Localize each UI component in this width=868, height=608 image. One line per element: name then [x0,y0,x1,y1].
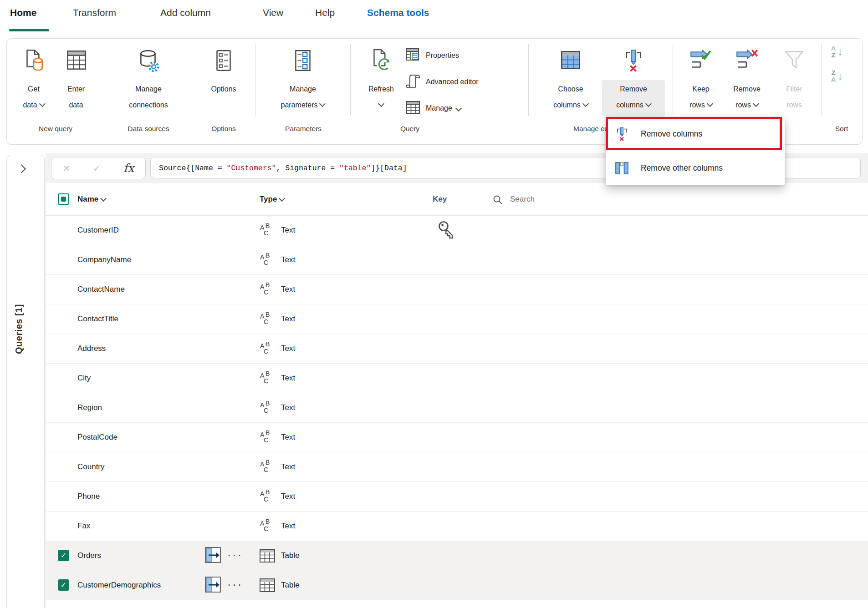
chevron-down-icon [100,195,107,202]
column-header-type[interactable]: Type [260,183,284,215]
search-input[interactable]: Search [510,183,535,215]
enter-data-button[interactable]: Enter data [56,42,97,113]
row-checkbox[interactable]: ✓ [58,550,69,561]
column-type: Table [281,541,300,570]
text-type-icon: ABC [260,371,276,386]
table-type-icon [260,578,275,594]
table-row[interactable]: CompanyName ABC Text [46,245,868,275]
expand-column-icon[interactable] [205,547,221,565]
chevron-down-icon [582,101,589,107]
column-name: City [77,363,91,393]
tab-add-column[interactable]: Add column [160,7,211,18]
menu-item-label: Remove other columns [641,163,723,173]
manage-connections-label: Manage connections [126,81,171,113]
menu-item-remove-other-columns[interactable]: Remove other columns [606,151,785,185]
menu-item-remove-columns[interactable]: Remove columns [606,117,785,151]
column-name: PostalCode [77,422,117,452]
active-tab-underline [9,29,49,31]
table-row[interactable]: ContactTitle ABC Text [46,304,868,334]
tab-transform[interactable]: Transform [73,7,116,18]
text-type-icon: ABC [260,223,276,238]
properties-label: Properties [426,51,459,60]
sort-ascending-button[interactable]: A Z ↓ [830,45,843,58]
advanced-editor-button[interactable]: Advanced editor [405,72,479,92]
sort-descending-button[interactable]: Z A ↓ [830,69,843,83]
svg-text:C: C [264,436,268,444]
svg-text:B: B [266,253,270,259]
choose-columns-button[interactable]: Choose columns [543,42,598,113]
table-row[interactable]: Region ABC Text [46,393,868,423]
choose-columns-icon [558,48,583,75]
tab-view[interactable]: View [263,7,283,18]
svg-text:C: C [264,259,268,266]
table-row[interactable]: PostalCode ABC Text [46,422,868,452]
manage-button[interactable]: Manage [405,98,461,118]
table-row[interactable]: Phone ABC Text [46,481,868,512]
more-options-icon[interactable]: ··· [227,541,243,569]
options-label: Options [208,81,240,97]
manage-connections-icon [136,48,161,75]
schema-table-header: Name Type Key Search [46,183,868,216]
group-separator [821,44,822,116]
column-type: Text [281,215,295,245]
get-data-button[interactable]: Get data [13,42,55,113]
manage-parameters-button[interactable]: Manage parameters [266,42,340,113]
table-row[interactable]: Country ABC Text [46,452,868,482]
arrow-down-icon: ↓ [837,69,843,83]
tab-home[interactable]: Home [10,7,36,18]
more-options-icon[interactable]: ··· [227,570,243,598]
table-row[interactable]: ✓ Orders ··· Table [46,541,868,571]
properties-icon [405,47,421,64]
chevron-down-icon [319,101,326,107]
svg-text:C: C [264,348,268,355]
text-type-icon: ABC [260,519,276,534]
tab-help[interactable]: Help [315,7,335,18]
group-separator [191,44,191,116]
table-row[interactable]: ✓ CustomerDemographics ··· Table [46,570,868,600]
column-type: Text [281,452,295,481]
column-name: ContactName [77,274,125,304]
table-row[interactable]: CustomerID ABC Text [46,215,868,245]
cancel-icon[interactable]: ✕ [63,163,71,174]
get-data-icon [21,48,46,75]
text-type-icon: ABC [260,400,276,416]
tab-schema-tools[interactable]: Schema tools [367,7,429,18]
manage-connections-button[interactable]: Manage connections [112,42,185,113]
column-type: Text [281,304,295,334]
formula-code: , Signature = [276,164,339,172]
column-header-name[interactable]: Name [77,183,106,215]
fx-icon[interactable]: fx [123,162,134,175]
table-row[interactable]: Address ABC Text [46,334,868,364]
queries-pane-title: Queries [1] [14,204,24,354]
select-all-checkbox[interactable] [58,193,69,205]
svg-text:C: C [264,229,268,237]
keep-rows-button[interactable]: Keep rows [681,42,720,113]
remove-columns-button[interactable]: Remove columns [602,42,665,113]
remove-rows-button[interactable]: Remove rows [724,42,770,113]
chevron-down-icon [753,101,759,107]
table-row[interactable]: ContactName ABC Text [46,274,868,304]
column-name: Country [77,452,105,481]
column-name: ContactTitle [77,304,118,334]
column-name: Phone [77,481,100,511]
expand-column-icon[interactable] [205,577,221,595]
properties-button[interactable]: Properties [405,46,459,66]
text-type-icon: ABC [260,460,276,475]
filter-rows-button[interactable]: Filter rows [774,42,814,113]
chevron-down-icon [645,101,652,107]
refresh-button[interactable]: Refresh [362,42,400,113]
group-label-parameters: Parameters [285,125,322,133]
options-button[interactable]: Options [199,42,249,97]
column-name: Region [77,393,102,422]
formula-code: Source{[Name = [159,164,227,172]
remove-columns-icon [614,126,630,142]
column-name: Address [77,334,106,363]
column-header-key: Key [433,183,447,215]
column-name: CompanyName [77,245,131,274]
group-separator [255,44,256,116]
table-row[interactable]: City ABC Text [46,363,868,393]
group-separator [104,44,104,116]
table-row[interactable]: Fax ABC Text [46,511,868,541]
commit-icon[interactable]: ✓ [93,163,101,174]
row-checkbox[interactable]: ✓ [58,579,69,591]
